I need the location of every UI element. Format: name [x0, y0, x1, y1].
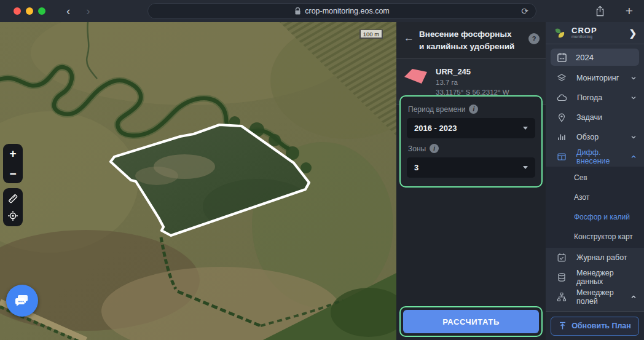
- zoom-out-button[interactable]: −: [9, 168, 16, 180]
- window-controls: [14, 7, 45, 15]
- chevron-down-icon: [630, 134, 637, 140]
- map-zoom-controls: + −: [3, 144, 23, 183]
- hierarchy-icon: [557, 292, 567, 302]
- sidebar-item-work-log[interactable]: Журнал работ: [546, 248, 644, 267]
- fertilizer-panel: ← Внесение фосфорных и калийных удобрени…: [396, 22, 546, 340]
- calendar-check-icon: [557, 253, 567, 263]
- browser-toolbar: ‹ › crop-monitoring.eos.com ⟳ +: [0, 0, 644, 22]
- period-label: Период времени: [408, 105, 465, 114]
- sidebar-item-tasks[interactable]: Задачи: [546, 108, 644, 127]
- minimize-window-button[interactable]: [26, 7, 33, 15]
- chat-bubbles-icon: [14, 293, 30, 308]
- table-grid-icon: [557, 152, 567, 162]
- browser-forward-button[interactable]: ›: [86, 4, 90, 18]
- back-icon[interactable]: ←: [404, 32, 414, 44]
- sidebar-item-vra[interactable]: Дифф. внесение: [546, 147, 644, 167]
- vra-submenu: Сев Азот Фосфор и калий Конструктор карт: [546, 167, 644, 248]
- info-icon[interactable]: i: [469, 105, 478, 114]
- caret-down-icon: [523, 127, 528, 130]
- sidebar-item-season[interactable]: 2024: [551, 49, 639, 66]
- map-tool-controls: [3, 188, 23, 226]
- field-area: 13.7 га: [436, 78, 509, 88]
- bar-chart-icon: [557, 132, 567, 142]
- chevron-down-icon: [630, 95, 637, 101]
- sidebar-item-weather[interactable]: Погода: [546, 88, 644, 108]
- submenu-item-map-constructor[interactable]: Конструктор карт: [546, 227, 644, 247]
- database-icon: [557, 272, 567, 282]
- reload-icon[interactable]: ⟳: [521, 6, 528, 16]
- sidebar-footer: Обновить План: [546, 311, 644, 340]
- zoom-in-button[interactable]: +: [9, 148, 16, 159]
- sidebar-item-overview[interactable]: Обзор: [546, 127, 644, 147]
- brand-name: CROP: [571, 26, 597, 34]
- field-shape-swatch: [402, 66, 430, 87]
- layers-icon: [557, 73, 567, 83]
- main-sidebar: CROP monitoring ❯ 2024 Мониторинг: [546, 22, 644, 340]
- new-tab-button[interactable]: +: [626, 4, 633, 18]
- submenu-item-phosphorus-potassium[interactable]: Фосфор и калий: [546, 207, 644, 227]
- period-value: 2016 - 2023: [414, 124, 457, 133]
- cloud-icon: [557, 93, 567, 103]
- help-icon[interactable]: ?: [528, 33, 540, 44]
- close-window-button[interactable]: [14, 7, 21, 15]
- zones-value: 3: [414, 163, 418, 172]
- measure-ruler-button[interactable]: [7, 193, 18, 204]
- calculate-section: РАССЧИТАТЬ: [399, 306, 543, 337]
- zones-select[interactable]: 3: [407, 157, 535, 178]
- upload-icon: [559, 322, 567, 330]
- fullscreen-window-button[interactable]: [38, 7, 45, 15]
- info-icon[interactable]: i: [430, 144, 439, 153]
- calculate-button[interactable]: РАССЧИТАТЬ: [403, 310, 539, 333]
- submenu-item-sowing[interactable]: Сев: [546, 168, 644, 188]
- chevron-up-icon: [630, 154, 637, 160]
- locate-me-button[interactable]: [7, 210, 18, 221]
- parameters-form: Период времени i 2016 - 2023 Зоны i 3: [399, 95, 543, 188]
- satellite-imagery: [0, 22, 396, 340]
- app-window: ‹ › crop-monitoring.eos.com ⟳ +: [0, 0, 644, 340]
- season-year: 2024: [576, 53, 594, 62]
- chevron-up-icon: [630, 294, 637, 300]
- panel-header: ← Внесение фосфорных и калийных удобрени…: [396, 22, 546, 59]
- share-icon[interactable]: [595, 6, 605, 17]
- submenu-item-nitrogen[interactable]: Азот: [546, 188, 644, 207]
- field-name: URR_245: [436, 66, 509, 77]
- lock-icon: [294, 7, 301, 15]
- sidebar-item-data-manager[interactable]: Менеджер данных: [546, 267, 644, 287]
- zones-label: Зоны: [408, 144, 426, 153]
- url-text: crop-monitoring.eos.com: [305, 7, 390, 15]
- panel-title: Внесение фосфорных и калийных удобрений: [419, 28, 516, 53]
- address-bar[interactable]: crop-monitoring.eos.com ⟳: [147, 3, 536, 19]
- satellite-map[interactable]: 100 m + −: [0, 22, 396, 340]
- collapse-sidebar-icon[interactable]: ❯: [629, 28, 637, 39]
- brand-subtitle: monitoring: [571, 35, 597, 39]
- sidebar-item-field-manager[interactable]: Менеджер полей: [546, 287, 644, 307]
- support-chat-button[interactable]: [6, 285, 38, 317]
- brand-header: CROP monitoring ❯: [546, 22, 644, 44]
- chevron-down-icon: [630, 75, 637, 81]
- calendar-icon: [557, 52, 567, 63]
- caret-down-icon: [523, 166, 528, 169]
- update-plan-button[interactable]: Обновить План: [551, 317, 639, 336]
- sidebar-item-monitoring[interactable]: Мониторинг: [546, 68, 644, 88]
- crop-monitoring-logo-icon: [553, 26, 567, 40]
- map-pin-icon: [557, 113, 567, 122]
- browser-back-button[interactable]: ‹: [66, 4, 70, 18]
- map-scale-indicator: 100 m: [359, 30, 383, 39]
- period-select[interactable]: 2016 - 2023: [407, 118, 535, 138]
